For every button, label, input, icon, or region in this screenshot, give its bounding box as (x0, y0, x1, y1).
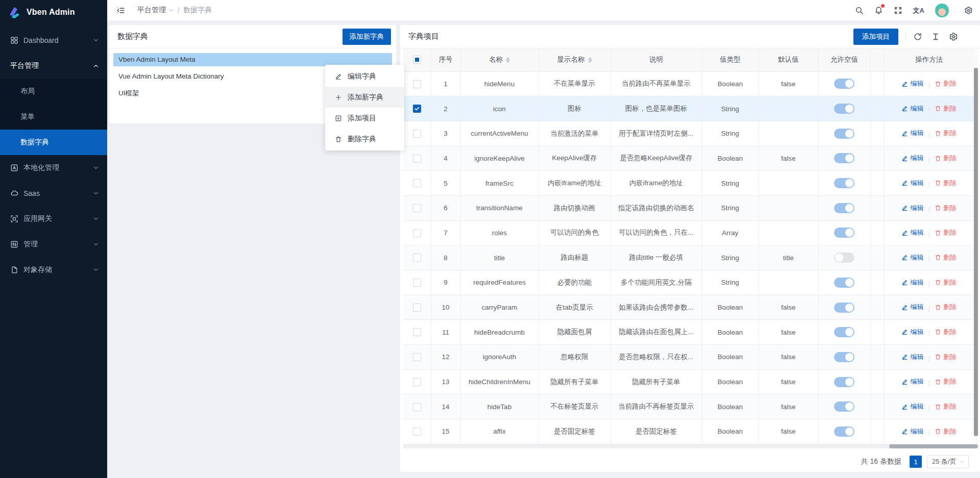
breadcrumb-platform[interactable]: 平台管理 (137, 6, 174, 15)
allow-empty-toggle[interactable] (834, 303, 854, 313)
allow-empty-toggle[interactable] (834, 253, 854, 263)
allow-empty-toggle[interactable] (834, 104, 854, 114)
row-checkbox[interactable] (413, 130, 421, 138)
delete-row-button[interactable]: 删除 (935, 104, 957, 113)
context-menu-item-添加项目[interactable]: 添加项目 (325, 108, 404, 129)
edit-row-button[interactable]: 编辑 (901, 427, 923, 436)
sort-carets-icon[interactable] (506, 57, 510, 63)
context-menu-item-删除字典[interactable]: 删除字典 (325, 129, 404, 149)
vertical-scrollbar-thumb[interactable] (974, 68, 978, 436)
edit-row-button[interactable]: 编辑 (901, 228, 923, 237)
delete-row-button[interactable]: 删除 (935, 179, 957, 188)
edit-row-button[interactable]: 编辑 (901, 303, 923, 312)
user-avatar[interactable] (935, 3, 949, 18)
row-checkbox[interactable] (413, 328, 421, 336)
allow-empty-toggle[interactable] (834, 377, 854, 387)
horizontal-scrollbar[interactable] (403, 444, 978, 448)
sidebar-item-平台管理[interactable]: 平台管理 (0, 53, 107, 79)
row-checkbox[interactable] (413, 155, 421, 163)
allow-empty-toggle[interactable] (834, 203, 854, 213)
select-all-checkbox[interactable] (413, 56, 421, 64)
fullscreen-icon[interactable] (894, 6, 902, 15)
allow-empty-toggle[interactable] (834, 426, 854, 437)
delete-row-button[interactable]: 删除 (935, 402, 957, 411)
pagination-page-1[interactable]: 1 (910, 456, 922, 468)
add-item-button[interactable]: 添加项目 (853, 29, 898, 45)
delete-row-button[interactable]: 删除 (935, 278, 957, 287)
sidebar-item-管理[interactable]: 管理 (0, 232, 107, 257)
row-checkbox[interactable] (413, 403, 421, 411)
sidebar-subitem-数据字典[interactable]: 数据字典 (0, 130, 107, 155)
column-header-checkbox[interactable] (403, 48, 431, 71)
row-checkbox[interactable] (413, 179, 421, 187)
delete-row-button[interactable]: 删除 (935, 79, 957, 88)
language-switch-icon[interactable]: 文A (913, 6, 924, 15)
settings-gear-icon[interactable] (964, 6, 973, 15)
allow-empty-toggle[interactable] (834, 228, 854, 238)
allow-empty-toggle[interactable] (834, 278, 854, 288)
allow-empty-toggle[interactable] (834, 401, 854, 412)
refresh-icon[interactable] (913, 32, 922, 41)
row-checkbox[interactable] (413, 353, 421, 361)
row-checkbox[interactable] (413, 427, 421, 436)
delete-row-button[interactable]: 删除 (935, 377, 957, 386)
sidebar-item-Saas[interactable]: Saas (0, 181, 107, 206)
edit-row-button[interactable]: 编辑 (901, 79, 923, 88)
row-checkbox[interactable] (413, 105, 421, 113)
delete-row-button[interactable]: 删除 (935, 154, 957, 163)
sidebar-item-本地化管理[interactable]: 本地化管理 (0, 155, 107, 181)
sidebar-subitem-布局[interactable]: 布局 (0, 79, 107, 104)
edit-row-button[interactable]: 编辑 (901, 253, 923, 262)
edit-row-button[interactable]: 编辑 (901, 402, 923, 411)
edit-row-button[interactable]: 编辑 (901, 179, 923, 188)
row-checkbox[interactable] (413, 204, 421, 212)
horizontal-scrollbar-thumb[interactable] (889, 444, 978, 448)
delete-row-button[interactable]: 删除 (935, 353, 957, 362)
sidebar-fold-icon[interactable] (116, 6, 125, 15)
allow-empty-toggle[interactable] (834, 79, 854, 89)
row-height-icon[interactable] (931, 32, 940, 41)
allow-empty-toggle[interactable] (834, 129, 854, 139)
allow-empty-toggle[interactable] (834, 153, 854, 163)
edit-row-button[interactable]: 编辑 (901, 129, 923, 138)
column-header-名称[interactable]: 名称 (460, 48, 538, 71)
delete-row-button[interactable]: 删除 (935, 228, 957, 237)
vertical-scrollbar[interactable] (974, 49, 978, 444)
row-checkbox[interactable] (413, 229, 421, 237)
row-checkbox[interactable] (413, 378, 421, 386)
search-icon[interactable] (855, 6, 864, 15)
edit-row-button[interactable]: 编辑 (901, 353, 923, 362)
edit-row-button[interactable]: 编辑 (901, 328, 923, 337)
row-checkbox[interactable] (413, 254, 421, 262)
allow-empty-toggle[interactable] (834, 352, 854, 362)
notification-bell-icon[interactable] (874, 6, 883, 15)
table-settings-gear-icon[interactable] (949, 32, 958, 41)
edit-row-button[interactable]: 编辑 (901, 377, 923, 386)
row-checkbox[interactable] (413, 80, 421, 88)
page-size-select[interactable]: 25 条/页 (927, 455, 969, 468)
edit-row-button[interactable]: 编辑 (901, 104, 923, 113)
sidebar-item-对象存储[interactable]: 对象存储 (0, 257, 107, 283)
row-checkbox[interactable] (413, 279, 421, 287)
allow-empty-toggle[interactable] (834, 178, 854, 188)
column-header-显示名称[interactable]: 显示名称 (538, 48, 610, 71)
delete-row-button[interactable]: 删除 (935, 303, 957, 312)
edit-row-button[interactable]: 编辑 (901, 154, 923, 163)
sort-carets-icon[interactable] (588, 57, 592, 63)
delete-row-button[interactable]: 删除 (935, 204, 957, 213)
delete-row-button[interactable]: 删除 (935, 328, 957, 337)
edit-row-button[interactable]: 编辑 (901, 204, 923, 213)
edit-row-button[interactable]: 编辑 (901, 278, 923, 287)
context-menu-item-添加新字典[interactable]: 添加新字典 (325, 87, 404, 108)
delete-row-button[interactable]: 删除 (935, 253, 957, 262)
app-logo[interactable]: Vben Admin (0, 0, 107, 24)
row-checkbox[interactable] (413, 304, 421, 312)
add-dictionary-button[interactable]: 添加新字典 (342, 29, 391, 45)
sidebar-subitem-菜单[interactable]: 菜单 (0, 104, 107, 130)
delete-row-button[interactable]: 删除 (935, 129, 957, 138)
context-menu-item-编辑字典[interactable]: 编辑字典 (325, 66, 404, 87)
sidebar-item-应用网关[interactable]: 应用网关 (0, 206, 107, 232)
allow-empty-toggle[interactable] (834, 327, 854, 337)
sidebar-item-Dashboard[interactable]: Dashboard (0, 28, 107, 53)
delete-row-button[interactable]: 删除 (935, 427, 957, 436)
